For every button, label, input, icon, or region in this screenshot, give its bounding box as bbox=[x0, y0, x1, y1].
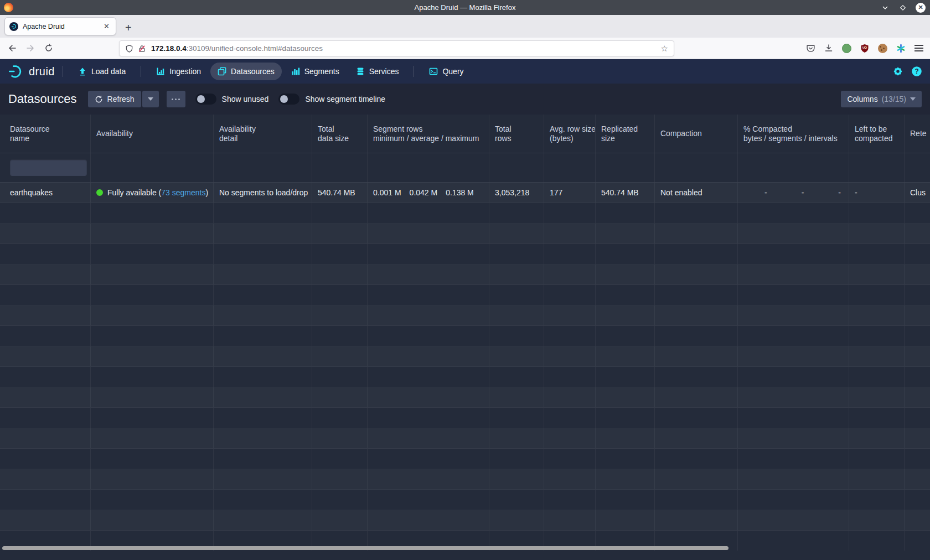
table-header-row: Datasourcename Availability Availability… bbox=[0, 115, 930, 153]
page-title: Datasources bbox=[8, 92, 77, 106]
shield-permissions-icon[interactable] bbox=[125, 44, 133, 53]
extension-icon[interactable] bbox=[842, 44, 851, 53]
cell-compaction[interactable]: Not enabled bbox=[655, 183, 738, 203]
nav-divider bbox=[414, 66, 414, 77]
nav-item-ingestion[interactable]: Ingestion bbox=[149, 63, 208, 80]
browser-tab[interactable]: Apache Druid ✕ bbox=[4, 17, 116, 35]
columns-button[interactable]: Columns (13/15) bbox=[841, 91, 922, 107]
column-header-availability-detail[interactable]: Availabilitydetail bbox=[214, 115, 312, 153]
toggle-knob bbox=[280, 95, 288, 103]
empty-table-row bbox=[0, 285, 930, 305]
colorful-extension-icon[interactable] bbox=[896, 44, 906, 53]
column-header-segment-rows[interactable]: Segment rowsminimum / average / maximum bbox=[368, 115, 489, 153]
empty-table-row bbox=[0, 224, 930, 244]
window-titlebar: Apache Druid — Mozilla Firefox ✕ bbox=[0, 0, 930, 15]
availability-status-icon bbox=[96, 189, 103, 196]
menu-icon[interactable] bbox=[914, 43, 923, 53]
column-header-total-data-size[interactable]: Totaldata size bbox=[312, 115, 368, 153]
column-header-percent-compacted[interactable]: % Compactedbytes / segments / intervals bbox=[738, 115, 849, 153]
pocket-icon[interactable] bbox=[806, 44, 815, 53]
svg-text:?: ? bbox=[914, 68, 918, 75]
help-icon[interactable]: ? bbox=[911, 66, 922, 77]
download-icon[interactable] bbox=[824, 44, 833, 53]
url-path: :30109/unified-console.html#datasources bbox=[187, 44, 323, 53]
horizontal-scrollbar-thumb[interactable] bbox=[2, 546, 728, 550]
nav-item-label: Ingestion bbox=[169, 67, 201, 76]
nav-item-label: Services bbox=[369, 67, 399, 76]
nav-item-segments[interactable]: Segments bbox=[284, 63, 347, 80]
cell-avg-row-size: 177 bbox=[544, 183, 596, 203]
empty-table-row bbox=[0, 326, 930, 346]
show-segment-timeline-label: Show segment timeline bbox=[305, 95, 385, 103]
bookmark-star-icon[interactable]: ☆ bbox=[661, 44, 668, 54]
column-header-compaction[interactable]: Compaction bbox=[655, 115, 738, 153]
nav-item-services[interactable]: Services bbox=[349, 63, 406, 80]
window-title: Apache Druid — Mozilla Firefox bbox=[0, 3, 930, 12]
caret-down-icon bbox=[148, 97, 153, 101]
nav-divider bbox=[63, 66, 63, 77]
segment-rows-max: 0.138 M bbox=[446, 188, 474, 197]
services-icon bbox=[356, 67, 365, 76]
new-tab-button[interactable]: + bbox=[125, 22, 132, 33]
load-data-icon bbox=[78, 67, 87, 76]
column-header-availability[interactable]: Availability bbox=[91, 115, 214, 153]
tab-close-icon[interactable]: ✕ bbox=[102, 22, 111, 30]
toggle-knob bbox=[197, 95, 205, 103]
empty-table-row bbox=[0, 408, 930, 428]
back-icon[interactable] bbox=[8, 44, 17, 53]
pct-bytes: - bbox=[738, 188, 775, 197]
druid-logo[interactable]: druid bbox=[8, 63, 55, 80]
settings-gear-icon[interactable] bbox=[892, 66, 903, 77]
empty-table-row bbox=[0, 449, 930, 469]
more-icon bbox=[172, 98, 173, 100]
refresh-button[interactable]: Refresh bbox=[88, 91, 141, 107]
nav-item-datasources[interactable]: Datasources bbox=[210, 63, 282, 80]
segment-rows-avg: 0.042 M bbox=[410, 188, 438, 197]
page-header: Datasources Refresh Show unused Show seg… bbox=[0, 84, 930, 115]
column-header-avg-row-size[interactable]: Avg. row size(bytes) bbox=[544, 115, 596, 153]
segment-rows-min: 0.001 M bbox=[373, 188, 401, 197]
caret-down-icon bbox=[910, 97, 916, 101]
refresh-options-button[interactable] bbox=[142, 91, 159, 107]
cookie-extension-icon[interactable] bbox=[878, 44, 887, 53]
datasource-name-filter-input[interactable] bbox=[10, 159, 87, 176]
cell-retention[interactable]: Clus bbox=[905, 183, 930, 203]
nav-item-load-data[interactable]: Load data bbox=[71, 63, 133, 80]
empty-table-row bbox=[0, 367, 930, 387]
column-header-datasource-name[interactable]: Datasourcename bbox=[0, 115, 91, 153]
browser-toolbar: 172.18.0.4:30109/unified-console.html#da… bbox=[0, 38, 930, 59]
empty-table-row bbox=[0, 346, 930, 367]
insecure-lock-icon[interactable] bbox=[138, 44, 146, 53]
cell-percent-compacted: - - - bbox=[738, 183, 849, 203]
forward-icon[interactable] bbox=[26, 44, 35, 53]
show-unused-toggle[interactable] bbox=[195, 94, 216, 105]
query-icon bbox=[429, 67, 438, 76]
more-actions-button[interactable] bbox=[167, 91, 185, 107]
reload-icon[interactable] bbox=[44, 44, 53, 53]
column-header-retention[interactable]: Rete bbox=[905, 115, 930, 153]
refresh-icon bbox=[95, 95, 103, 103]
ublock-shield-icon[interactable]: UO bbox=[860, 44, 869, 53]
window-maximize-button[interactable] bbox=[898, 3, 908, 13]
column-header-total-rows[interactable]: Totalrows bbox=[489, 115, 544, 153]
cell-left-to-be-compacted: - bbox=[849, 183, 905, 203]
ingestion-icon bbox=[156, 67, 165, 76]
show-segment-timeline-toggle[interactable] bbox=[278, 94, 299, 105]
url-bar[interactable]: 172.18.0.4:30109/unified-console.html#da… bbox=[119, 40, 674, 56]
empty-table-row bbox=[0, 305, 930, 326]
show-unused-label: Show unused bbox=[222, 95, 269, 103]
window-close-button[interactable]: ✕ bbox=[916, 3, 926, 13]
table-filter-row bbox=[0, 153, 930, 183]
nav-divider bbox=[141, 66, 141, 77]
svg-text:UO: UO bbox=[862, 46, 867, 49]
nav-item-query[interactable]: Query bbox=[422, 63, 471, 80]
window-minimize-button[interactable] bbox=[880, 3, 890, 13]
table-body: earthquakes Fully available (73 segments… bbox=[0, 183, 930, 551]
column-header-replicated-size[interactable]: Replicatedsize bbox=[596, 115, 655, 153]
column-header-left-to-be-compacted[interactable]: Left to becompacted bbox=[849, 115, 905, 153]
segments-count-link[interactable]: 73 segments bbox=[161, 188, 205, 197]
datasources-table: Datasourcename Availability Availability… bbox=[0, 115, 930, 551]
empty-table-row bbox=[0, 469, 930, 490]
cell-datasource-name: earthquakes bbox=[0, 183, 91, 203]
url-host: 172.18.0.4 bbox=[151, 44, 187, 53]
